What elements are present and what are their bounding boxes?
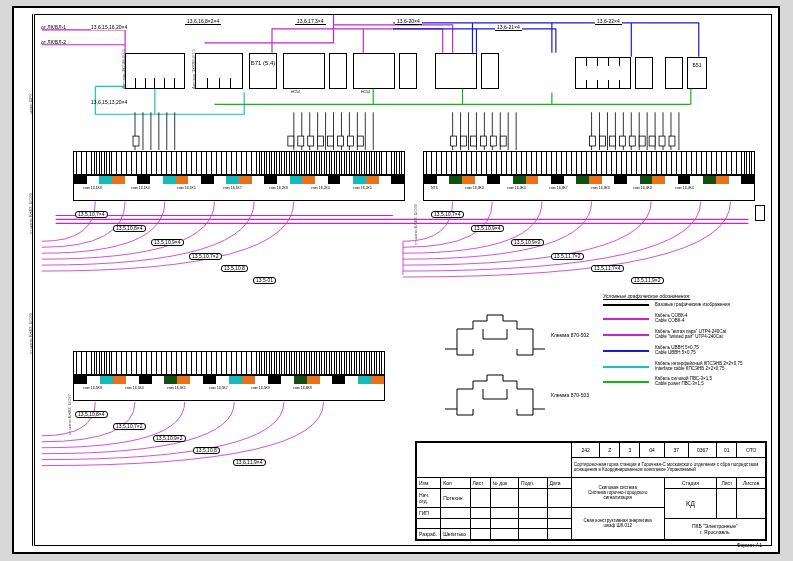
binding-margin: шкаф ШРУ от шины БЖК3, ШО39 от шины БЖК3… [18,14,33,546]
rack1-drop: 13,5-01 [253,277,276,284]
legend-row: Кабель UBBH 5×0,75Cable UBBH 5×0,75 [603,346,761,356]
rack3-grp: стик 16,5К7 [209,387,228,391]
module-10: Б51 [687,57,707,89]
module-3: Б71 (5,4) [249,53,277,89]
svg-rect-10 [461,136,467,146]
module-1-lbl: Автомат ЭК71М-4/7,5 [121,49,126,89]
rack1-vr: от шины БЖК3, ШО39 [413,204,418,245]
rack1-grp: стик 16,2К4 [311,187,330,191]
rack3-grp: стик 16,5К3 [83,387,102,391]
svg-rect-2 [298,136,304,146]
rack1-grp: стик 16,1К7 [223,187,242,191]
detail-lbl-2: Клемма 870-503 [551,393,589,398]
rack3-grp: стик 16,5К9 [251,387,270,391]
svg-rect-1 [288,136,294,146]
rack2-grp: стик 16,3К9 [591,187,610,191]
rack2-hatch [423,151,755,175]
bus-lbl: 13,6-22×4 [595,19,622,25]
rack2-drop: 13,5,10,7×4 [431,211,464,218]
module-6b [399,53,417,89]
rack2-grp: стик 16,4К3 [633,187,652,191]
module-5 [329,53,347,89]
cable-in-2: от ЛК/БЛ-2 [41,40,66,45]
svg-rect-12 [480,136,486,146]
rack3-grp: стик 16,5К5 [167,387,186,391]
project-title: Сортировочная горка станции и Горочная-С… [571,457,765,477]
bus-lbl: 13,6-20×4 [395,19,422,25]
rack2-end [755,205,765,221]
svg-rect-23 [669,136,675,146]
title-block: 242 Z 3 04 37 0367 01 ОТО Сортировочная … [415,441,767,541]
cable-in-1v: 13,6,15,16,20×4 [91,25,127,30]
module-6-lbl: НС54 [361,91,370,95]
module-2 [195,53,243,89]
bus-lbl: 13,6-21×4 [495,25,522,31]
svg-rect-21 [649,136,655,146]
legend-title: Условные графические обозначения: [603,293,761,299]
module-8b [635,57,653,89]
rack2-grp: стик 16,3К7 [549,187,568,191]
legend-row: Кабель интерфейсный КПСЭНБ 2×2×0,75Inter… [603,362,761,372]
svg-rect-15 [590,136,596,146]
rack3-vr: от шины БЖК3, ШО77 [67,394,72,435]
legend: Условные графические обозначения: Базовы… [603,293,761,393]
rack1-grp: стик 16,2К3 [269,187,288,191]
legend-row: Кабель COBК-4Cable COBК-4 [603,314,761,324]
rack2-drop: 13,5,11,7×2 [551,253,584,260]
module-9 [665,57,683,89]
org: ПКБ "Электронные" г. Ярославль [664,518,765,539]
rack1-grp: стик 16,1К3 [83,187,102,191]
svg-rect-19 [629,136,635,146]
rack2-grp: стик 16,3К4 [507,187,526,191]
margin-lbl: от шины БЖК3, ШО39 [28,193,33,234]
rack2-drop: 13,5,10,9×4 [471,225,504,232]
rack1-hatch [73,151,405,175]
cable-in-1: от ЛК/БЛ-1 [41,25,66,30]
format: Формат А1 [737,543,762,548]
svg-rect-17 [609,136,615,146]
legend-row: Кабель "витая пара" UTP4-240CatCable "tw… [603,330,761,340]
rack1-drop: 13,5,10,9×4 [151,239,184,246]
rack2-drop: 13,5,11,7×4 [591,265,624,272]
module-7b [481,53,499,89]
rack3-drop: 13,5,10,8 [193,447,220,454]
legend-row: Базовые графические изображения [603,303,761,308]
svg-rect-16 [600,136,606,146]
svg-rect-18 [619,136,625,146]
svg-rect-5 [328,136,334,146]
svg-rect-14 [500,136,506,146]
module-4-lbl: НС54 [291,91,300,95]
rack1-drop: 13,5,10,8 [221,265,248,272]
svg-rect-9 [451,136,457,146]
module-8 [575,57,631,89]
detail-lbl-1: Клемма 870-502 [551,333,589,338]
rack2-drop: 13,5,10,9×2 [511,239,544,246]
rack1-drop: 13,5,10,7×2 [189,253,222,260]
svg-rect-0 [133,136,139,146]
rack1-grp: стик 16,1К4 [131,187,150,191]
rack3-grp: стик 16,5К4 [125,387,144,391]
detail-views [435,311,595,441]
svg-rect-13 [490,136,496,146]
svg-rect-4 [318,136,324,146]
rack3-drop: 13,5,10,7×2 [113,423,146,430]
rack3-drop: 13,5,10,8×4 [75,411,108,418]
drawing-sheet: шкаф ШРУ от шины БЖК3, ШО39 от шины БЖК3… [12,6,780,554]
cable-in-2v: 13,6,15,13,20×4 [91,100,127,105]
rack1-drop: 13,5,10,7×4 [75,211,108,218]
svg-rect-11 [470,136,476,146]
module-2-lbl: Автомат ЭК82М-4/7,5 [191,49,196,89]
module-7 [435,53,477,89]
margin-lbl: от шины БЖК3, ШО39 [28,313,33,354]
rack2-grp: стик 16,3К3 [465,187,484,191]
rack2-drop: 13,5,11,9×2 [631,277,664,284]
rack3 [73,375,385,401]
module-4 [283,53,325,89]
svg-rect-7 [347,136,353,146]
module-1 [125,53,185,89]
svg-rect-8 [357,136,363,146]
rack3-drop: 13,6,11,9×4 [233,459,266,466]
rack1-grp: стик 16,1К5 [177,187,196,191]
rack1-drop: 13,5,10,8×4 [113,225,146,232]
rack3-hatch [73,351,385,375]
